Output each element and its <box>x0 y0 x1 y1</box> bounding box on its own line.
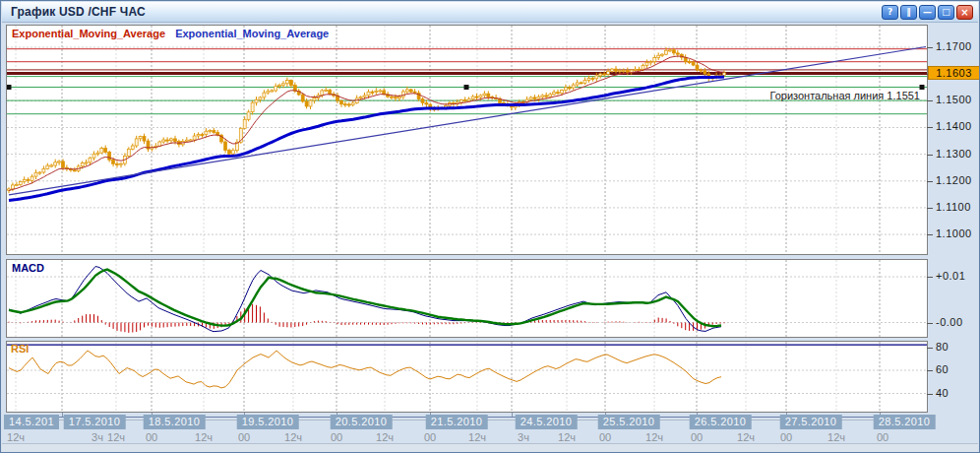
time-label: 00 <box>331 431 342 443</box>
time-label: 00 <box>877 431 888 443</box>
time-label: 12ч <box>284 431 302 443</box>
window-title-bar[interactable]: График USD /CHF ЧАС ?‖—□× <box>2 2 978 23</box>
rsi-canvas[interactable] <box>7 342 927 412</box>
price-axis-label: 1.1200 <box>936 174 972 186</box>
indicator-legend: Exponential_Moving_Average Exponential_M… <box>12 28 329 39</box>
time-label: 12ч <box>827 431 845 443</box>
date-badge: 24.5.2010 <box>516 415 578 429</box>
ema-red-label: Exponential_Moving_Average <box>12 28 165 39</box>
rsi-axis-label: 60 <box>936 363 949 375</box>
rsi-panel[interactable] <box>6 341 928 413</box>
window-title: График USD /CHF ЧАС <box>11 5 146 19</box>
time-label: 00 <box>424 431 436 443</box>
time-label: 12ч <box>645 431 663 443</box>
macd-canvas[interactable] <box>7 260 927 337</box>
ema-blue-label: Exponential_Moving_Average <box>175 28 329 39</box>
time-label: 3ч <box>518 431 529 443</box>
price-chart-panel[interactable] <box>6 25 928 255</box>
axis-tick <box>927 47 933 48</box>
date-badge: 20.5.2010 <box>331 415 393 429</box>
macd-label: MACD <box>12 262 44 274</box>
time-label: 00 <box>691 431 703 443</box>
date-badge: 14.5.201 <box>4 415 59 429</box>
axis-tick <box>927 181 933 182</box>
price-axis-label: 1.1000 <box>936 227 972 239</box>
axis-tick <box>927 348 933 349</box>
current-price-badge: 1.1603 <box>928 66 980 80</box>
price-axis-label: 1.1400 <box>936 120 972 132</box>
time-label: 00 <box>780 431 792 443</box>
date-badge: 25.5.2010 <box>598 415 660 429</box>
price-axis-label: 1.1700 <box>936 40 972 52</box>
horizontal-line-label: Горизонтальная линия 1.1551 <box>769 90 920 101</box>
time-label: 12ч <box>376 431 394 443</box>
axis-tick <box>927 155 933 156</box>
axis-tick <box>927 323 933 324</box>
price-axis-label: 1.1300 <box>936 148 972 160</box>
price-axis-label: 1.1100 <box>936 201 971 213</box>
time-label: 3ч <box>92 431 103 443</box>
time-label: 12ч <box>468 431 486 443</box>
axis-tick <box>927 127 933 128</box>
time-label: 00 <box>599 431 611 443</box>
time-label: 12ч <box>737 431 755 443</box>
time-label: 12ч <box>107 431 125 443</box>
axis-tick <box>927 100 933 101</box>
rsi-axis-label: 80 <box>936 341 949 353</box>
time-label: 12ч <box>7 431 25 443</box>
axis-tick <box>927 208 933 209</box>
date-badge: 27.5.2010 <box>780 415 842 429</box>
maximize-button[interactable]: □ <box>938 5 954 20</box>
date-badge: 17.5.2010 <box>64 415 126 429</box>
price-chart-canvas[interactable] <box>7 26 927 254</box>
axis-tick <box>927 277 933 278</box>
macd-axis-label: +0.01 <box>936 270 965 282</box>
rsi-label: RSI <box>11 343 29 355</box>
help-button[interactable]: ? <box>882 5 898 20</box>
date-badge: 28.5.2010 <box>874 415 936 429</box>
date-badge: 26.5.2010 <box>690 415 752 429</box>
macd-axis-label: -0.00 <box>936 316 963 328</box>
window-controls: ?‖—□× <box>882 5 973 20</box>
axis-tick <box>927 234 933 235</box>
chart-window: График USD /CHF ЧАС ?‖—□× Exponential_Mo… <box>0 0 980 453</box>
rsi-axis-label: 40 <box>936 387 949 399</box>
pause-button[interactable]: ‖ <box>900 5 917 20</box>
date-badge: 19.5.2010 <box>237 415 299 429</box>
date-badge: 21.5.2010 <box>426 415 488 429</box>
day-tick <box>512 413 513 417</box>
time-label: 00 <box>146 431 157 443</box>
axis-tick <box>927 394 933 395</box>
date-badge: 18.5.2010 <box>144 415 206 429</box>
close-button[interactable]: × <box>956 5 973 20</box>
window-bottom-strip <box>2 443 978 453</box>
price-axis-label: 1.1500 <box>936 94 972 105</box>
axis-tick <box>927 370 933 371</box>
minimize-button[interactable]: — <box>919 5 936 20</box>
macd-panel[interactable] <box>6 259 928 338</box>
time-label: 12ч <box>558 431 576 443</box>
time-label: 00 <box>238 431 250 443</box>
time-label: 12ч <box>195 431 213 443</box>
